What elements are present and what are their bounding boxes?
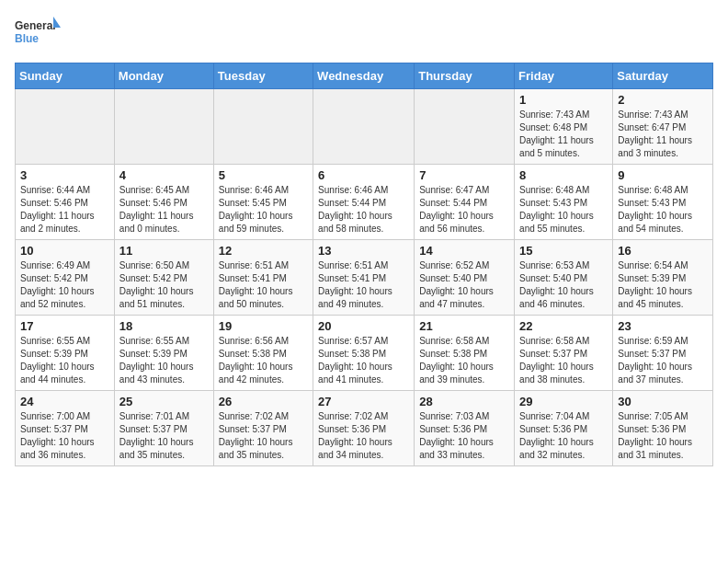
day-number: 29 bbox=[519, 395, 608, 408]
calendar-day-cell: 10Sunrise: 6:49 AM Sunset: 5:42 PM Dayli… bbox=[16, 240, 115, 316]
day-number: 5 bbox=[219, 168, 308, 182]
calendar-day-cell: 15Sunrise: 6:53 AM Sunset: 5:40 PM Dayli… bbox=[515, 240, 613, 316]
calendar-day-cell: 21Sunrise: 6:58 AM Sunset: 5:38 PM Dayli… bbox=[415, 316, 515, 391]
page-header: General Blue bbox=[15, 15, 713, 52]
calendar-header: SundayMondayTuesdayWednesdayThursdayFrid… bbox=[16, 63, 713, 89]
calendar-day-cell: 3Sunrise: 6:44 AM Sunset: 5:46 PM Daylig… bbox=[16, 165, 115, 240]
calendar-day-cell: 2Sunrise: 7:43 AM Sunset: 6:47 PM Daylig… bbox=[613, 89, 713, 165]
day-info: Sunrise: 6:44 AM Sunset: 5:46 PM Dayligh… bbox=[20, 184, 109, 236]
day-info: Sunrise: 6:55 AM Sunset: 5:39 PM Dayligh… bbox=[119, 335, 209, 386]
calendar-day-cell: 20Sunrise: 6:57 AM Sunset: 5:38 PM Dayli… bbox=[313, 316, 415, 391]
day-info: Sunrise: 6:50 AM Sunset: 5:42 PM Dayligh… bbox=[119, 259, 209, 311]
calendar-day-cell: 30Sunrise: 7:05 AM Sunset: 5:36 PM Dayli… bbox=[613, 391, 713, 466]
calendar-day-cell: 16Sunrise: 6:54 AM Sunset: 5:39 PM Dayli… bbox=[613, 240, 713, 316]
day-number: 2 bbox=[618, 93, 708, 107]
day-number: 12 bbox=[219, 244, 308, 258]
calendar-day-cell bbox=[213, 89, 313, 165]
day-info: Sunrise: 7:04 AM Sunset: 5:36 PM Dayligh… bbox=[519, 410, 608, 462]
calendar-day-cell: 11Sunrise: 6:50 AM Sunset: 5:42 PM Dayli… bbox=[114, 240, 213, 316]
day-number: 10 bbox=[20, 244, 109, 258]
calendar-day-cell: 1Sunrise: 7:43 AM Sunset: 6:48 PM Daylig… bbox=[515, 89, 613, 165]
calendar-day-cell: 7Sunrise: 6:47 AM Sunset: 5:44 PM Daylig… bbox=[415, 165, 515, 240]
calendar-day-cell: 22Sunrise: 6:58 AM Sunset: 5:37 PM Dayli… bbox=[515, 316, 613, 391]
day-number: 18 bbox=[119, 319, 209, 333]
day-info: Sunrise: 6:46 AM Sunset: 5:44 PM Dayligh… bbox=[318, 184, 409, 236]
day-number: 17 bbox=[20, 319, 109, 333]
calendar-day-cell: 9Sunrise: 6:48 AM Sunset: 5:43 PM Daylig… bbox=[613, 165, 713, 240]
weekday-header: Sunday bbox=[16, 63, 115, 89]
day-info: Sunrise: 6:59 AM Sunset: 5:37 PM Dayligh… bbox=[618, 335, 708, 386]
calendar-day-cell: 18Sunrise: 6:55 AM Sunset: 5:39 PM Dayli… bbox=[114, 316, 213, 391]
day-info: Sunrise: 6:58 AM Sunset: 5:38 PM Dayligh… bbox=[419, 335, 509, 386]
day-number: 15 bbox=[519, 244, 608, 258]
day-number: 4 bbox=[119, 168, 209, 182]
calendar-day-cell: 5Sunrise: 6:46 AM Sunset: 5:45 PM Daylig… bbox=[213, 165, 313, 240]
calendar-day-cell: 19Sunrise: 6:56 AM Sunset: 5:38 PM Dayli… bbox=[213, 316, 313, 391]
day-info: Sunrise: 6:49 AM Sunset: 5:42 PM Dayligh… bbox=[20, 259, 109, 311]
calendar-day-cell bbox=[16, 89, 115, 165]
calendar-day-cell: 14Sunrise: 6:52 AM Sunset: 5:40 PM Dayli… bbox=[415, 240, 515, 316]
day-number: 9 bbox=[618, 168, 708, 182]
weekday-header: Friday bbox=[515, 63, 613, 89]
calendar-day-cell: 4Sunrise: 6:45 AM Sunset: 5:46 PM Daylig… bbox=[114, 165, 213, 240]
calendar-day-cell: 13Sunrise: 6:51 AM Sunset: 5:41 PM Dayli… bbox=[313, 240, 415, 316]
day-info: Sunrise: 6:51 AM Sunset: 5:41 PM Dayligh… bbox=[219, 259, 308, 311]
day-info: Sunrise: 7:03 AM Sunset: 5:36 PM Dayligh… bbox=[419, 410, 509, 462]
day-number: 1 bbox=[519, 93, 608, 107]
svg-text:Blue: Blue bbox=[15, 32, 39, 45]
calendar-day-cell bbox=[415, 89, 515, 165]
day-number: 14 bbox=[419, 244, 509, 258]
day-info: Sunrise: 6:54 AM Sunset: 5:39 PM Dayligh… bbox=[618, 259, 708, 311]
day-info: Sunrise: 6:57 AM Sunset: 5:38 PM Dayligh… bbox=[318, 335, 409, 386]
calendar-day-cell: 6Sunrise: 6:46 AM Sunset: 5:44 PM Daylig… bbox=[313, 165, 415, 240]
weekday-header: Tuesday bbox=[213, 63, 313, 89]
day-info: Sunrise: 6:58 AM Sunset: 5:37 PM Dayligh… bbox=[519, 335, 608, 386]
day-info: Sunrise: 6:48 AM Sunset: 5:43 PM Dayligh… bbox=[519, 184, 608, 236]
day-number: 3 bbox=[20, 168, 109, 182]
calendar-day-cell: 8Sunrise: 6:48 AM Sunset: 5:43 PM Daylig… bbox=[515, 165, 613, 240]
day-info: Sunrise: 6:53 AM Sunset: 5:40 PM Dayligh… bbox=[519, 259, 608, 311]
day-number: 19 bbox=[219, 319, 308, 333]
calendar-week-row: 17Sunrise: 6:55 AM Sunset: 5:39 PM Dayli… bbox=[16, 316, 713, 391]
day-info: Sunrise: 6:55 AM Sunset: 5:39 PM Dayligh… bbox=[20, 335, 109, 386]
day-number: 6 bbox=[318, 168, 409, 182]
day-info: Sunrise: 7:02 AM Sunset: 5:36 PM Dayligh… bbox=[318, 410, 409, 462]
weekday-row: SundayMondayTuesdayWednesdayThursdayFrid… bbox=[16, 63, 713, 89]
logo: General Blue bbox=[15, 15, 61, 52]
calendar-day-cell bbox=[313, 89, 415, 165]
day-number: 26 bbox=[219, 395, 308, 408]
svg-text:General: General bbox=[15, 19, 56, 32]
day-info: Sunrise: 7:05 AM Sunset: 5:36 PM Dayligh… bbox=[618, 410, 708, 462]
day-info: Sunrise: 6:48 AM Sunset: 5:43 PM Dayligh… bbox=[618, 184, 708, 236]
day-info: Sunrise: 7:00 AM Sunset: 5:37 PM Dayligh… bbox=[20, 410, 109, 462]
day-info: Sunrise: 6:56 AM Sunset: 5:38 PM Dayligh… bbox=[219, 335, 308, 386]
calendar-day-cell: 26Sunrise: 7:02 AM Sunset: 5:37 PM Dayli… bbox=[213, 391, 313, 466]
day-info: Sunrise: 6:52 AM Sunset: 5:40 PM Dayligh… bbox=[419, 259, 509, 311]
day-number: 25 bbox=[119, 395, 209, 408]
calendar-day-cell: 25Sunrise: 7:01 AM Sunset: 5:37 PM Dayli… bbox=[114, 391, 213, 466]
day-number: 23 bbox=[618, 319, 708, 333]
day-number: 7 bbox=[419, 168, 509, 182]
day-info: Sunrise: 6:51 AM Sunset: 5:41 PM Dayligh… bbox=[318, 259, 409, 311]
calendar-table: SundayMondayTuesdayWednesdayThursdayFrid… bbox=[15, 63, 713, 466]
weekday-header: Wednesday bbox=[313, 63, 415, 89]
calendar-day-cell bbox=[114, 89, 213, 165]
day-info: Sunrise: 6:46 AM Sunset: 5:45 PM Dayligh… bbox=[219, 184, 308, 236]
day-number: 20 bbox=[318, 319, 409, 333]
day-info: Sunrise: 7:02 AM Sunset: 5:37 PM Dayligh… bbox=[219, 410, 308, 462]
calendar-week-row: 1Sunrise: 7:43 AM Sunset: 6:48 PM Daylig… bbox=[16, 89, 713, 165]
calendar-day-cell: 12Sunrise: 6:51 AM Sunset: 5:41 PM Dayli… bbox=[213, 240, 313, 316]
calendar-week-row: 3Sunrise: 6:44 AM Sunset: 5:46 PM Daylig… bbox=[16, 165, 713, 240]
svg-marker-2 bbox=[53, 17, 61, 28]
calendar-day-cell: 17Sunrise: 6:55 AM Sunset: 5:39 PM Dayli… bbox=[16, 316, 115, 391]
day-info: Sunrise: 6:47 AM Sunset: 5:44 PM Dayligh… bbox=[419, 184, 509, 236]
day-number: 8 bbox=[519, 168, 608, 182]
calendar-day-cell: 27Sunrise: 7:02 AM Sunset: 5:36 PM Dayli… bbox=[313, 391, 415, 466]
calendar-day-cell: 23Sunrise: 6:59 AM Sunset: 5:37 PM Dayli… bbox=[613, 316, 713, 391]
weekday-header: Saturday bbox=[613, 63, 713, 89]
calendar-day-cell: 29Sunrise: 7:04 AM Sunset: 5:36 PM Dayli… bbox=[515, 391, 613, 466]
logo-svg: General Blue bbox=[15, 15, 61, 52]
day-number: 21 bbox=[419, 319, 509, 333]
weekday-header: Thursday bbox=[415, 63, 515, 89]
day-number: 24 bbox=[20, 395, 109, 408]
